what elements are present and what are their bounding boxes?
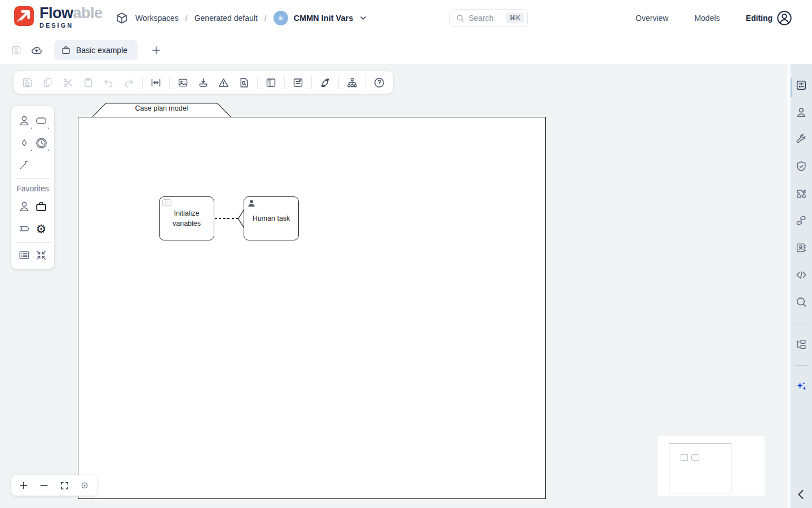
nav-overview[interactable]: Overview	[636, 14, 668, 23]
tab-basic-example[interactable]: Basic example	[54, 40, 138, 60]
search-placeholder: Search	[469, 14, 502, 23]
task-human-task[interactable]: Human task	[244, 196, 299, 240]
minimap-task	[691, 454, 699, 461]
palette-human-task[interactable]	[17, 113, 32, 128]
nav-models[interactable]: Models	[694, 14, 720, 23]
cloud-upload-icon[interactable]	[27, 41, 46, 60]
flowable-logo[interactable]: Flowable DESIGN	[14, 6, 103, 29]
fit-screen-button[interactable]	[56, 478, 72, 493]
attributes-panel-icon[interactable]	[795, 79, 807, 91]
palette-divider	[15, 178, 51, 179]
redo-icon[interactable]	[120, 73, 138, 91]
palette-favorite-milestone[interactable]	[17, 221, 32, 236]
hierarchy-view-icon[interactable]	[343, 73, 361, 91]
active-panel-indicator	[791, 78, 792, 97]
palette-favorite-case-task[interactable]	[34, 199, 48, 214]
plus-icon	[151, 45, 161, 55]
minimap[interactable]	[658, 436, 765, 496]
favorites-heading: Favorites	[16, 184, 50, 193]
zoom-out-button[interactable]	[36, 478, 52, 493]
chevron-down-icon	[359, 14, 368, 23]
zoom-in-button[interactable]	[16, 478, 32, 493]
copy-icon[interactable]	[38, 73, 57, 91]
search-icon	[456, 14, 465, 23]
palette-task-shape[interactable]	[34, 113, 48, 128]
tab-label: Basic example	[76, 46, 127, 55]
model-tree-icon[interactable]	[795, 338, 807, 351]
model-selector[interactable]: ✳ CMMN Init Vars	[273, 11, 368, 25]
rail-divider	[795, 365, 807, 366]
brand-name: Flowable	[39, 6, 103, 21]
toolbar-separator	[338, 76, 339, 89]
case-briefcase-icon	[61, 45, 71, 55]
search-shortcut-badge: ⌘K	[506, 13, 524, 23]
help-icon[interactable]	[370, 73, 389, 91]
chevron-left-icon[interactable]	[795, 488, 808, 501]
task-initialize-variables[interactable]: x= Initialize variables	[159, 196, 214, 240]
user-avatar-icon[interactable]	[776, 10, 793, 27]
paste-icon[interactable]	[79, 73, 98, 91]
breadcrumb: Workspaces / Generated default / ✳ CMMN …	[115, 0, 368, 36]
security-shield-icon[interactable]	[795, 160, 807, 173]
palette-favorite-human-task[interactable]	[17, 199, 32, 214]
nav-editing[interactable]: Editing	[746, 14, 773, 23]
palette-form-reference[interactable]	[17, 248, 32, 262]
form-view-icon[interactable]	[289, 73, 307, 91]
preview-document-icon[interactable]	[235, 73, 253, 91]
editor-canvas-area: Case plan model x= Initialize variables …	[0, 64, 812, 508]
toolbar-separator	[284, 76, 285, 89]
fit-width-icon[interactable]	[147, 73, 165, 91]
model-tab-bar: Basic example	[0, 36, 812, 64]
flowable-arrow-icon	[14, 6, 34, 27]
ai-sparkles-icon[interactable]	[795, 380, 807, 393]
import-icon[interactable]	[194, 73, 213, 91]
code-view-icon[interactable]	[795, 269, 807, 281]
contact-card-icon[interactable]	[795, 242, 807, 254]
settings-wrench-icon[interactable]	[795, 133, 807, 146]
top-navigation: Overview Models Editing	[636, 0, 773, 36]
palette-collapse-arrows[interactable]	[34, 248, 48, 262]
breadcrumb-separator: /	[264, 14, 267, 23]
toolbar-separator	[311, 76, 312, 89]
toolbar-separator	[142, 76, 143, 89]
zoom-controls	[11, 475, 97, 496]
export-image-icon[interactable]	[174, 73, 192, 91]
assignee-user-icon[interactable]	[795, 106, 807, 119]
search-input[interactable]: Search ⌘K	[449, 9, 528, 27]
center-target-button[interactable]	[77, 478, 92, 493]
extensions-puzzle-icon[interactable]	[795, 187, 807, 200]
cut-icon[interactable]	[59, 73, 77, 91]
steps-footprints-icon[interactable]	[795, 214, 807, 227]
palette-sentry-diamond[interactable]	[17, 135, 32, 150]
toggle-panel-icon[interactable]	[262, 73, 280, 91]
process-flows-icon[interactable]	[316, 73, 334, 91]
search-icon[interactable]	[795, 296, 807, 308]
palette-favorite-service-task[interactable]: ⚙	[34, 221, 48, 236]
app-header: Flowable DESIGN Workspaces / Generated d…	[0, 0, 812, 36]
add-tab-button[interactable]	[147, 41, 166, 60]
model-name: CMMN Init Vars	[294, 14, 354, 23]
save-icon[interactable]	[7, 41, 26, 60]
model-avatar: ✳	[273, 11, 288, 25]
case-plan-label: Case plan model	[92, 104, 231, 112]
palette-timer-event[interactable]	[34, 135, 48, 150]
task-label: Human task	[253, 213, 290, 224]
dashed-connector[interactable]	[215, 218, 238, 219]
breadcrumb-separator: /	[186, 14, 188, 23]
toolbar-separator	[365, 76, 366, 89]
cube-icon	[115, 11, 129, 25]
breadcrumb-workspaces[interactable]: Workspaces	[135, 14, 179, 23]
save-icon[interactable]	[18, 73, 37, 91]
palette-divider	[15, 242, 51, 243]
human-task-icon	[248, 199, 255, 207]
undo-icon[interactable]	[99, 73, 118, 91]
canvas-toolbar	[14, 71, 393, 94]
toolbar-separator	[257, 76, 258, 89]
case-plan-model-shape[interactable]	[78, 117, 546, 499]
task-label: Initialize variables	[162, 208, 211, 229]
breadcrumb-workspace-name[interactable]: Generated default	[195, 14, 258, 23]
toolbar-separator	[169, 76, 170, 89]
validation-warning-icon[interactable]	[214, 73, 233, 91]
properties-rail	[791, 64, 812, 508]
palette-connector[interactable]	[17, 157, 32, 172]
